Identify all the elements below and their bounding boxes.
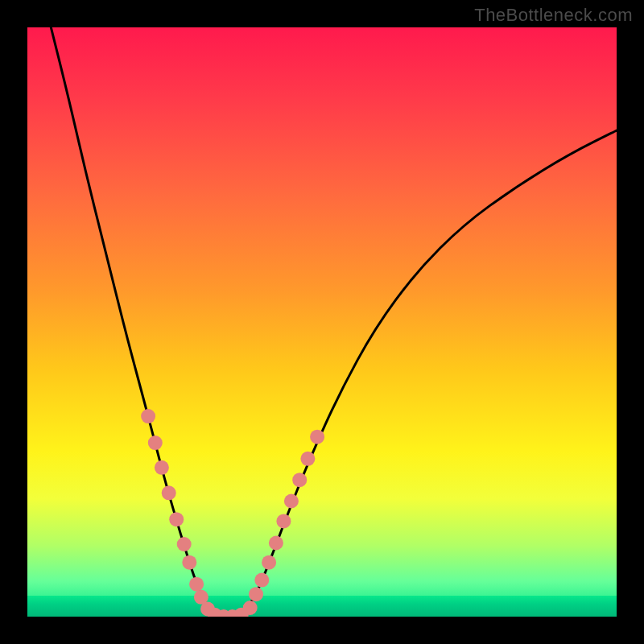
marker-right-5 — [276, 514, 291, 528]
bottleneck-curve — [51, 27, 617, 617]
marker-left-5 — [177, 537, 192, 551]
marker-left-1 — [148, 436, 163, 450]
marker-right-1 — [249, 587, 263, 601]
data-markers — [141, 409, 324, 617]
marker-left-0 — [141, 409, 155, 423]
marker-left-7 — [189, 577, 204, 592]
marker-right-7 — [292, 473, 307, 487]
watermark-text: TheBottleneck.com — [474, 5, 633, 26]
marker-right-9 — [310, 430, 324, 444]
marker-right-6 — [284, 494, 299, 509]
marker-right-4 — [269, 536, 283, 551]
marker-left-6 — [182, 555, 196, 570]
marker-right-2 — [254, 573, 269, 588]
marker-left-3 — [162, 485, 176, 500]
marker-right-8 — [300, 452, 315, 466]
curve-layer — [27, 27, 617, 617]
marker-left-4 — [169, 512, 184, 526]
marker-left-2 — [155, 460, 169, 475]
plot-area — [27, 27, 617, 617]
marker-right-3 — [262, 555, 276, 570]
chart-frame: TheBottleneck.com — [0, 0, 644, 644]
